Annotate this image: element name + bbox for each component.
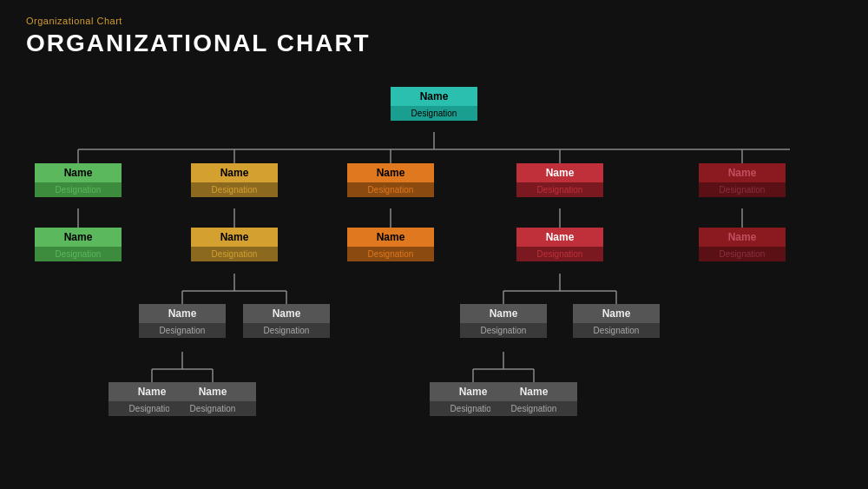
node-l1-5: Name Designation (699, 163, 786, 197)
node-l2-5-name: Name (699, 228, 786, 247)
main-title: ORGANIZATIONAL CHART (26, 30, 371, 57)
node-root-name: Name (391, 87, 477, 106)
node-l2-2-name: Name (191, 228, 278, 247)
node-l1-4-name: Name (516, 163, 603, 182)
node-l1-1: Name Designation (35, 163, 122, 197)
connectors-svg (0, 87, 868, 489)
node-l1-5-desig: Designation (699, 182, 786, 197)
node-l3-4-desig: Designation (573, 323, 660, 338)
node-l1-2-name: Name (191, 163, 278, 182)
chart-area: Name Designation Name Designation Name D… (0, 87, 868, 480)
node-l2-2-desig: Designation (191, 247, 278, 261)
node-l2-4-desig: Designation (516, 247, 603, 261)
node-l4-2: Name Designation (169, 382, 256, 416)
node-l3-3-desig: Designation (460, 323, 547, 338)
node-l2-5: Name Designation (699, 228, 786, 261)
node-l1-3: Name Designation (347, 163, 434, 197)
node-l2-4-name: Name (516, 228, 603, 247)
node-l1-3-name: Name (347, 163, 434, 182)
node-l3-1: Name Designation (139, 304, 226, 338)
node-l4-2-desig: Designation (169, 401, 256, 416)
node-l3-2: Name Designation (243, 304, 330, 338)
node-l4-4: Name Designation (490, 382, 577, 416)
node-l2-1-name: Name (35, 228, 122, 247)
subtitle: Organizational Chart (26, 16, 371, 26)
node-l1-2-desig: Designation (191, 182, 278, 197)
node-root: Name Designation (391, 87, 477, 121)
node-l2-4: Name Designation (516, 228, 603, 261)
node-l4-2-name: Name (169, 382, 256, 401)
node-l1-4-desig: Designation (516, 182, 603, 197)
node-l3-4-name: Name (573, 304, 660, 323)
node-l3-3: Name Designation (460, 304, 547, 338)
node-l2-1-desig: Designation (35, 247, 122, 261)
node-l1-4: Name Designation (516, 163, 603, 197)
node-l2-3: Name Designation (347, 228, 434, 261)
node-l3-2-desig: Designation (243, 323, 330, 338)
node-l2-3-desig: Designation (347, 247, 434, 261)
node-l1-3-desig: Designation (347, 182, 434, 197)
node-root-desig: Designation (391, 106, 477, 121)
node-l1-2: Name Designation (191, 163, 278, 197)
node-l1-1-desig: Designation (35, 182, 122, 197)
node-l3-1-name: Name (139, 304, 226, 323)
node-l4-4-name: Name (490, 382, 577, 401)
node-l2-1: Name Designation (35, 228, 122, 261)
node-l4-4-desig: Designation (490, 401, 577, 416)
node-l2-5-desig: Designation (699, 247, 786, 261)
node-l3-4: Name Designation (573, 304, 660, 338)
node-l3-2-name: Name (243, 304, 330, 323)
node-l1-5-name: Name (699, 163, 786, 182)
node-l2-3-name: Name (347, 228, 434, 247)
node-l1-1-name: Name (35, 163, 122, 182)
node-l3-3-name: Name (460, 304, 547, 323)
node-l2-2: Name Designation (191, 228, 278, 261)
node-l3-1-desig: Designation (139, 323, 226, 338)
